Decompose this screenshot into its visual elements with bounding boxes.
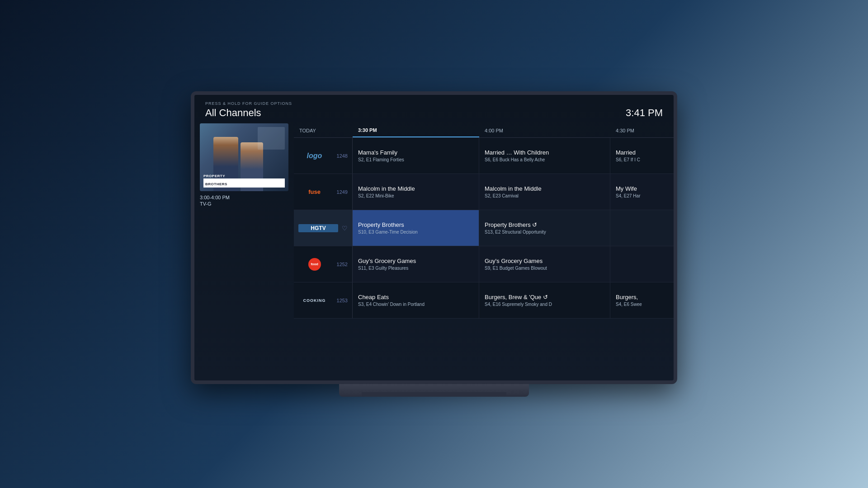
program-cells-row4: Guy's Grocery Games S11, E3 Guilty Pleas… xyxy=(353,246,674,282)
program-title: Married xyxy=(616,149,668,156)
program-cell[interactable]: Burgers, S4, E6 Swee xyxy=(610,282,674,318)
program-cell[interactable]: Cheap Eats S3, E4 Chowin' Down in Portla… xyxy=(353,282,479,318)
time-430: 4:30 PM xyxy=(610,123,674,137)
program-title: Burgers, Brew & 'Que ↺ xyxy=(485,294,604,300)
program-cell[interactable]: Guy's Grocery Games S11, E3 Guilty Pleas… xyxy=(353,246,479,282)
program-cells-row1: Mama's Family S2, E1 Flaming Forties Mar… xyxy=(353,138,674,174)
program-title: Mama's Family xyxy=(358,149,473,156)
show-title-overlay: PROPERTY BROTHERS xyxy=(203,174,285,188)
program-title: Married … With Children xyxy=(485,149,604,156)
program-cell[interactable]: Guy's Grocery Games S9, E1 Budget Games … xyxy=(479,246,610,282)
program-cell[interactable]: Burgers, Brew & 'Que ↺ S4, E16 Supremely… xyxy=(479,282,610,318)
program-cell-selected[interactable]: Property Brothers S10, E3 Game-Time Deci… xyxy=(353,210,479,246)
program-cells-row2: Malcolm in the Middle S2, E22 Mini-Bike … xyxy=(353,174,674,210)
program-cell[interactable] xyxy=(610,246,674,282)
program-episode: S2, E22 Mini-Bike xyxy=(358,193,473,198)
channel-row: fuse 1249 Malcolm in the Middle S2, E22 … xyxy=(294,174,674,210)
show-rating: TV-G xyxy=(200,201,288,206)
program-cell[interactable]: Mama's Family S2, E1 Flaming Forties xyxy=(353,138,479,174)
program-cell[interactable]: Malcolm in the Middle S2, E22 Mini-Bike xyxy=(353,174,479,210)
time-today: TODAY xyxy=(294,123,353,137)
program-title: Guy's Grocery Games xyxy=(358,258,473,264)
channel-grid: TODAY 3:30 PM 4:00 PM 4:30 PM logo 1248 xyxy=(294,123,674,380)
time-header: TODAY 3:30 PM 4:00 PM 4:30 PM xyxy=(294,123,674,138)
program-title: Property Brothers ↺ xyxy=(485,221,604,228)
program-title: Property Brothers xyxy=(358,221,473,228)
program-title: Malcolm in the Middle xyxy=(485,185,604,192)
brothers-box: BROTHERS xyxy=(203,178,285,188)
program-cell[interactable]: Property Brothers ↺ S13, E2 Structural O… xyxy=(479,210,610,246)
program-episode: S6, E7 If I C xyxy=(616,157,668,162)
guide-header-left: PRESS & HOLD FOR GUIDE OPTIONS All Chann… xyxy=(205,101,292,119)
channel-row-cooking: COOKING 1253 Cheap Eats S3, E4 Chowin' D… xyxy=(294,282,674,319)
fuse-channel-icon: fuse xyxy=(298,188,330,195)
food-logo-circle: food xyxy=(308,258,321,271)
show-title-line2: BROTHERS xyxy=(205,182,227,186)
program-cell[interactable]: Married S6, E7 If I C xyxy=(610,138,674,174)
show-title-line1: PROPERTY xyxy=(203,174,285,178)
logo-channel-icon: logo xyxy=(298,152,330,160)
show-time: 3:00-4:00 PM xyxy=(200,195,288,200)
channel-info-hgtv: HGTV ♡ xyxy=(294,210,353,246)
program-cells-row3: Property Brothers S10, E3 Game-Time Deci… xyxy=(353,210,674,246)
current-time: 3:41 PM xyxy=(626,107,663,119)
program-episode: S6, E6 Buck Has a Belly Ache xyxy=(485,157,604,162)
show-info-panel: PROPERTY BROTHERS 3:00-4:00 PM TV-G xyxy=(194,123,294,380)
channel-row-hgtv: HGTV ♡ Property Brothers S10, E3 Game-Ti… xyxy=(294,210,674,246)
program-episode: S4, E16 Supremely Smoky and D xyxy=(485,302,604,307)
program-episode: S9, E1 Budget Games Blowout xyxy=(485,266,604,271)
program-episode: S4, E6 Swee xyxy=(616,302,668,307)
time-400: 4:00 PM xyxy=(479,123,610,137)
hgtv-channel-icon: HGTV xyxy=(298,224,338,232)
channel-number: 1248 xyxy=(334,153,348,159)
guide-body: PROPERTY BROTHERS 3:00-4:00 PM TV-G xyxy=(194,123,674,380)
program-episode: S3, E4 Chowin' Down in Portland xyxy=(358,302,473,307)
channel-info-cooking: COOKING 1253 xyxy=(294,282,353,318)
channel-info-fuse: fuse 1249 xyxy=(294,174,353,210)
tv-stand xyxy=(339,384,529,397)
program-cell[interactable]: Malcolm in the Middle S2, E23 Carnival xyxy=(479,174,610,210)
channel-rows: logo 1248 Mama's Family S2, E1 Flaming F… xyxy=(294,138,674,380)
channel-number: 1252 xyxy=(334,262,348,267)
page-title: All Channels xyxy=(205,107,292,119)
cooking-channel-icon: COOKING xyxy=(298,298,330,303)
program-title: Guy's Grocery Games xyxy=(485,258,604,264)
channel-number: 1253 xyxy=(334,298,348,303)
channel-row: logo 1248 Mama's Family S2, E1 Flaming F… xyxy=(294,138,674,174)
time-330: 3:30 PM xyxy=(353,123,479,137)
program-title: My Wife xyxy=(616,185,668,192)
program-cell[interactable] xyxy=(610,210,674,246)
program-cell[interactable]: Married … With Children S6, E6 Buck Has … xyxy=(479,138,610,174)
press-hold-label: PRESS & HOLD FOR GUIDE OPTIONS xyxy=(205,101,292,106)
program-episode: S11, E3 Guilty Pleasures xyxy=(358,266,473,271)
channel-info-food: food 1252 xyxy=(294,246,353,282)
channel-number: 1249 xyxy=(334,189,348,195)
program-title: Malcolm in the Middle xyxy=(358,185,473,192)
program-episode: S2, E23 Carnival xyxy=(485,193,604,198)
guide-header: PRESS & HOLD FOR GUIDE OPTIONS All Chann… xyxy=(194,95,674,123)
program-cells-row5: Cheap Eats S3, E4 Chowin' Down in Portla… xyxy=(353,282,674,318)
thumbnail-content: PROPERTY BROTHERS xyxy=(200,123,288,191)
program-cell[interactable]: My Wife S4, E27 Har xyxy=(610,174,674,210)
channel-info-logo: logo 1248 xyxy=(294,138,353,174)
guide-header-right: 3:41 PM xyxy=(626,107,663,119)
channel-row-food: food 1252 Guy's Grocery Games S11, E3 Gu… xyxy=(294,246,674,282)
program-episode: S2, E1 Flaming Forties xyxy=(358,157,473,162)
favorite-heart-icon[interactable]: ♡ xyxy=(342,225,348,232)
guide-container: PRESS & HOLD FOR GUIDE OPTIONS All Chann… xyxy=(194,95,674,380)
program-title: Cheap Eats xyxy=(358,294,473,300)
food-channel-icon: food xyxy=(298,258,330,271)
program-title: Burgers, xyxy=(616,294,668,300)
program-episode: S10, E3 Game-Time Decision xyxy=(358,230,473,235)
show-thumbnail: PROPERTY BROTHERS xyxy=(200,123,288,191)
program-episode: S4, E27 Har xyxy=(616,193,668,198)
program-episode: S13, E2 Structural Opportunity xyxy=(485,230,604,235)
tv-frame: PRESS & HOLD FOR GUIDE OPTIONS All Chann… xyxy=(191,91,677,384)
